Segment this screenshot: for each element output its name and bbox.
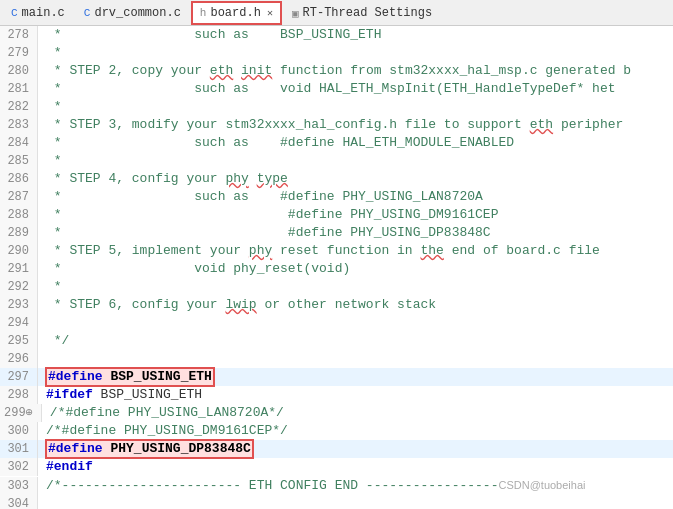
code-area: 278 * such as BSP_USING_ETH 279 * 280 * … bbox=[0, 26, 673, 509]
code-content-292: * bbox=[38, 278, 62, 296]
code-line-287: 287 * such as #define PHY_USING_LAN8720A bbox=[0, 188, 673, 206]
tab-rt-thread[interactable]: ▣ RT-Thread Settings bbox=[283, 1, 441, 25]
code-content-285: * bbox=[38, 152, 62, 170]
line-num-295: 295 bbox=[0, 332, 38, 350]
line-num-292: 292 bbox=[0, 278, 38, 296]
line-num-304: 304 bbox=[0, 495, 38, 509]
line-num-300: 300 bbox=[0, 422, 38, 440]
code-content-303: /*----------------------- ETH CONFIG END… bbox=[38, 477, 498, 495]
code-line-304: 304 bbox=[0, 495, 673, 509]
code-line-299: 299⊕ /*#define PHY_USING_LAN8720A*/ bbox=[0, 404, 673, 422]
code-content-281: * such as void HAL_ETH_MspInit(ETH_Handl… bbox=[38, 80, 616, 98]
code-content-283: * STEP 3, modify your stm32xxxx_hal_conf… bbox=[38, 116, 623, 134]
tab-icon-main-c: C bbox=[11, 7, 18, 19]
code-line-301: 301 #define PHY_USING_DP83848C bbox=[0, 440, 673, 458]
code-line-303: 303 /*----------------------- ETH CONFIG… bbox=[0, 476, 673, 495]
close-icon-board[interactable]: ✕ bbox=[267, 7, 273, 19]
line-num-298: 298 bbox=[0, 386, 38, 404]
line-num-302: 302 bbox=[0, 458, 38, 476]
line-num-279: 279 bbox=[0, 44, 38, 62]
line-num-281: 281 bbox=[0, 80, 38, 98]
tab-bar: C main.c C drv_common.c h board.h ✕ ▣ RT… bbox=[0, 0, 673, 26]
code-line-278: 278 * such as BSP_USING_ETH bbox=[0, 26, 673, 44]
tab-icon-rt: ▣ bbox=[292, 7, 299, 20]
line-num-286: 286 bbox=[0, 170, 38, 188]
code-line-300: 300 /*#define PHY_USING_DM9161CEP*/ bbox=[0, 422, 673, 440]
line-num-287: 287 bbox=[0, 188, 38, 206]
tab-drv-common-c[interactable]: C drv_common.c bbox=[75, 1, 190, 25]
tab-label-rt: RT-Thread Settings bbox=[303, 6, 433, 20]
line-num-283: 283 bbox=[0, 116, 38, 134]
line-num-291: 291 bbox=[0, 260, 38, 278]
code-content-296 bbox=[38, 350, 54, 368]
code-content-302: #endif bbox=[38, 458, 93, 476]
tab-label-board: board.h bbox=[210, 6, 260, 20]
tab-label-drv: drv_common.c bbox=[94, 6, 180, 20]
code-line-297: 297 #define BSP_USING_ETH bbox=[0, 368, 673, 386]
code-content-282: * bbox=[38, 98, 62, 116]
tab-label-main-c: main.c bbox=[22, 6, 65, 20]
tab-main-c[interactable]: C main.c bbox=[2, 1, 74, 25]
code-content-288: * #define PHY_USING_DM9161CEP bbox=[38, 206, 498, 224]
line-num-280: 280 bbox=[0, 62, 38, 80]
code-line-284: 284 * such as #define HAL_ETH_MODULE_ENA… bbox=[0, 134, 673, 152]
code-line-289: 289 * #define PHY_USING_DP83848C bbox=[0, 224, 673, 242]
tab-icon-board: h bbox=[200, 7, 207, 19]
code-content-280: * STEP 2, copy your eth init function fr… bbox=[38, 62, 631, 80]
code-content-278: * such as BSP_USING_ETH bbox=[38, 26, 381, 44]
line-num-290: 290 bbox=[0, 242, 38, 260]
code-line-294: 294 bbox=[0, 314, 673, 332]
line-num-294: 294 bbox=[0, 314, 38, 332]
line-num-297: 297 bbox=[0, 368, 38, 386]
code-content-294 bbox=[38, 314, 54, 332]
code-content-286: * STEP 4, config your phy type bbox=[38, 170, 288, 188]
line-num-293: 293 bbox=[0, 296, 38, 314]
line-num-299: 299⊕ bbox=[0, 404, 42, 422]
code-content-298: #ifdef BSP_USING_ETH bbox=[38, 386, 202, 404]
line-num-289: 289 bbox=[0, 224, 38, 242]
line-num-284: 284 bbox=[0, 134, 38, 152]
tab-board-h[interactable]: h board.h ✕ bbox=[191, 1, 282, 25]
line-num-288: 288 bbox=[0, 206, 38, 224]
code-line-283: 283 * STEP 3, modify your stm32xxxx_hal_… bbox=[0, 116, 673, 134]
code-line-281: 281 * such as void HAL_ETH_MspInit(ETH_H… bbox=[0, 80, 673, 98]
line-num-303: 303 bbox=[0, 477, 38, 495]
watermark: CSDN@tuobeihai bbox=[498, 476, 585, 494]
code-content-284: * such as #define HAL_ETH_MODULE_ENABLED bbox=[38, 134, 514, 152]
code-line-290: 290 * STEP 5, implement your phy reset f… bbox=[0, 242, 673, 260]
code-content-289: * #define PHY_USING_DP83848C bbox=[38, 224, 491, 242]
code-line-292: 292 * bbox=[0, 278, 673, 296]
code-line-282: 282 * bbox=[0, 98, 673, 116]
code-line-298: 298 #ifdef BSP_USING_ETH bbox=[0, 386, 673, 404]
code-line-288: 288 * #define PHY_USING_DM9161CEP bbox=[0, 206, 673, 224]
code-line-302: 302 #endif bbox=[0, 458, 673, 476]
code-content-297: #define BSP_USING_ETH bbox=[38, 368, 214, 386]
line-num-301: 301 bbox=[0, 440, 38, 458]
code-content-293: * STEP 6, config your lwip or other netw… bbox=[38, 296, 436, 314]
code-content-295: */ bbox=[38, 332, 69, 350]
code-line-280: 280 * STEP 2, copy your eth init functio… bbox=[0, 62, 673, 80]
code-content-287: * such as #define PHY_USING_LAN8720A bbox=[38, 188, 483, 206]
code-content-279: * bbox=[38, 44, 62, 62]
code-content-291: * void phy_reset(void) bbox=[38, 260, 350, 278]
code-content-300: /*#define PHY_USING_DM9161CEP*/ bbox=[38, 422, 288, 440]
code-line-293: 293 * STEP 6, config your lwip or other … bbox=[0, 296, 673, 314]
code-line-291: 291 * void phy_reset(void) bbox=[0, 260, 673, 278]
code-content-301: #define PHY_USING_DP83848C bbox=[38, 440, 253, 458]
code-line-286: 286 * STEP 4, config your phy type bbox=[0, 170, 673, 188]
code-content-304 bbox=[38, 495, 54, 509]
code-line-296: 296 bbox=[0, 350, 673, 368]
code-line-295: 295 */ bbox=[0, 332, 673, 350]
tab-icon-drv: C bbox=[84, 7, 91, 19]
code-content-299: /*#define PHY_USING_LAN8720A*/ bbox=[42, 404, 284, 422]
line-num-282: 282 bbox=[0, 98, 38, 116]
line-num-285: 285 bbox=[0, 152, 38, 170]
code-content-290: * STEP 5, implement your phy reset funct… bbox=[38, 242, 600, 260]
line-num-296: 296 bbox=[0, 350, 38, 368]
code-line-279: 279 * bbox=[0, 44, 673, 62]
code-line-285: 285 * bbox=[0, 152, 673, 170]
line-num-278: 278 bbox=[0, 26, 38, 44]
